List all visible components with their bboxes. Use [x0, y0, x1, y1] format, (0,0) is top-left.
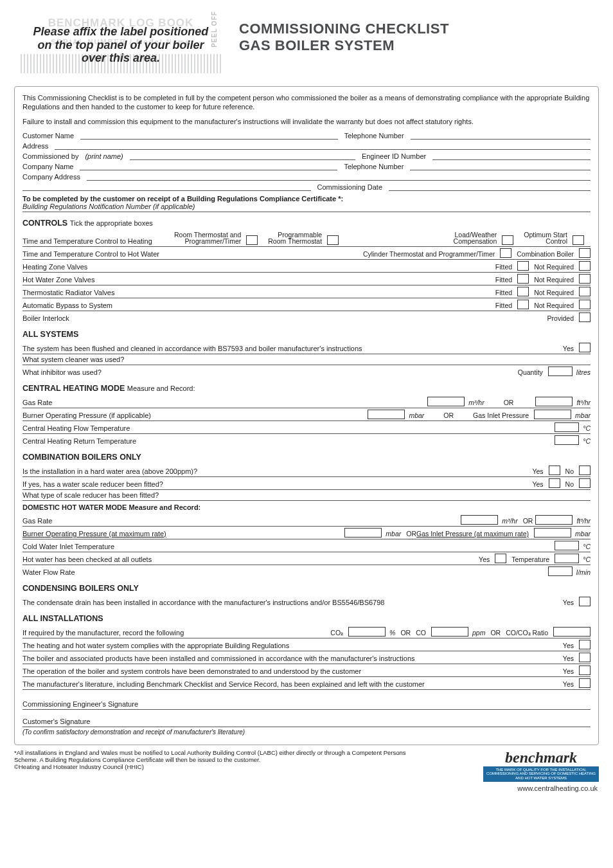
customer-name-field[interactable]: [80, 131, 338, 140]
inhibitor-qty-field[interactable]: [548, 366, 573, 376]
flush-yes-checkbox[interactable]: [579, 343, 591, 352]
affix-text: Please affix the label positioned on the…: [18, 13, 224, 77]
literature-checkbox[interactable]: [579, 678, 591, 688]
trv-fitted-checkbox[interactable]: [517, 287, 529, 296]
ch-flow-label: Central Heating Flow Temperature: [22, 424, 547, 432]
literature-label: The manufacturer's literature, including…: [22, 680, 558, 688]
ch-flow-field[interactable]: [555, 422, 579, 432]
benchmark-logo: benchmark THE MARK OF QUALITY FOR THE IN…: [483, 749, 599, 782]
ratio-field[interactable]: [553, 627, 591, 637]
reducer-type-label: What type of scale reducer has been fitt…: [22, 491, 591, 499]
bypass-fitted-checkbox[interactable]: [517, 300, 529, 309]
telephone1-field[interactable]: [411, 131, 591, 140]
company-address-field[interactable]: [87, 172, 591, 181]
bypass-notreq-checkbox[interactable]: [579, 300, 591, 309]
condensing-title: CONDENSING BOILERS ONLY: [22, 584, 591, 593]
co-field[interactable]: [431, 627, 468, 637]
commissioned-by-field[interactable]: [130, 152, 355, 160]
reducer-yes-checkbox[interactable]: [549, 478, 560, 488]
all-installations-title: ALL INSTALLATIONS: [22, 614, 591, 623]
demonstrated-checkbox[interactable]: [579, 665, 591, 675]
central-heating-title: CENTRAL HEATING MODE Measure and Record:: [22, 384, 591, 393]
heating-opt4-checkbox[interactable]: [573, 235, 584, 245]
demonstrated-label: The operation of the boiler and system c…: [22, 667, 558, 675]
commissioning-date-label: Commissioning Date: [317, 183, 382, 191]
company-address-field-2[interactable]: [22, 183, 311, 191]
hw-opt1-checkbox[interactable]: [500, 248, 511, 258]
compliance-sub: Building Regulations Notification Number…: [22, 203, 591, 212]
outlets-temp-field[interactable]: [555, 554, 579, 563]
form-panel: This Commissioning Checklist is to be co…: [14, 86, 599, 745]
controls-row-2: Thermostatic Radiator Valves Fitted Not …: [22, 285, 591, 298]
cold-inlet-label: Cold Water Inlet Temperature: [22, 543, 547, 550]
complies-label: The heating and hot water system complie…: [22, 642, 558, 649]
flowrate-label: Water Flow Rate: [22, 568, 540, 576]
hardwater-no-checkbox[interactable]: [579, 466, 591, 475]
ch-inlet-field[interactable]: [534, 410, 571, 419]
affix-label-area: BENCHMARK LOG BOOK SERIAL NUMBER / Model…: [18, 13, 224, 77]
dhw-burner-field[interactable]: [344, 528, 382, 538]
heating-opt2-checkbox[interactable]: [327, 235, 339, 245]
ch-return-field[interactable]: [555, 435, 579, 445]
all-systems-title: ALL SYSTEMS: [22, 330, 591, 339]
engineer-id-field[interactable]: [432, 152, 591, 160]
reducer-no-checkbox[interactable]: [579, 478, 591, 488]
hardwater-yes-checkbox[interactable]: [549, 466, 560, 475]
ch-gasrate-label: Gas Rate: [22, 399, 420, 406]
reducer-fitted-label: If yes, has a water scale reducer been f…: [22, 480, 527, 488]
hardwater-label: Is the installation in a hard water area…: [22, 467, 527, 475]
engineer-signature[interactable]: Commissioning Engineer's Signature: [22, 694, 591, 710]
controls-title-text: CONTROLS: [22, 219, 67, 228]
heating-opt1-checkbox[interactable]: [246, 235, 258, 245]
telephone1-label: Telephone Number: [344, 132, 404, 140]
heating-control-label: Time and Temperature Control to Heating: [22, 237, 170, 245]
controls-subtitle: Tick the appropriate boxes: [70, 219, 153, 227]
controls-hotwater-row: Time and Temperature Control to Hot Wate…: [22, 247, 591, 260]
header: BENCHMARK LOG BOOK SERIAL NUMBER / Model…: [0, 0, 613, 82]
co2-field[interactable]: [348, 627, 386, 637]
controls-title: CONTROLS Tick the appropriate boxes: [22, 219, 591, 228]
dhw-gasrate-label: Gas Rate: [22, 517, 453, 525]
engineer-id-label: Engineer ID Number: [362, 152, 426, 160]
flowrate-field[interactable]: [548, 566, 573, 576]
company-name-label: Company Name: [22, 163, 73, 170]
disclaimer: *All installations in England and Wales …: [14, 749, 413, 763]
hwzv-fitted-checkbox[interactable]: [517, 274, 529, 284]
heating-opt3-checkbox[interactable]: [502, 235, 513, 245]
ch-burner-field[interactable]: [368, 410, 405, 419]
dhw-gasrate-ft3-field[interactable]: [535, 515, 573, 525]
condensate-yes-checkbox[interactable]: [579, 597, 591, 606]
installed-checkbox[interactable]: [579, 653, 591, 662]
footer-text: *All installations in England and Wales …: [14, 749, 413, 770]
customer-signature[interactable]: Customer's Signature: [22, 711, 591, 727]
hzv-notreq-checkbox[interactable]: [579, 261, 591, 271]
company-name-field[interactable]: [80, 162, 337, 170]
hw-opt2-checkbox[interactable]: [579, 248, 591, 258]
dhw-inlet-field[interactable]: [534, 528, 571, 538]
trv-notreq-checkbox[interactable]: [579, 287, 591, 296]
page: BENCHMARK LOG BOOK SERIAL NUMBER / Model…: [0, 0, 613, 792]
interlock-checkbox[interactable]: [579, 312, 591, 322]
ch-gasrate-ft3-field[interactable]: [535, 397, 573, 406]
benchmark-logo-text: benchmark: [483, 749, 599, 766]
combi-title: COMBINATION BOILERS ONLY: [22, 453, 591, 462]
commissioned-by-label: Commissioned by: [22, 152, 78, 160]
footer-url: www.centralheating.co.uk: [0, 784, 598, 792]
hzv-fitted-checkbox[interactable]: [517, 261, 529, 271]
controls-row-1: Hot Water Zone Valves Fitted Not Require…: [22, 273, 591, 285]
hwzv-notreq-checkbox[interactable]: [579, 274, 591, 284]
telephone2-field[interactable]: [410, 162, 591, 170]
ch-gasrate-m3-field[interactable]: [427, 397, 465, 406]
address-field[interactable]: [55, 141, 591, 150]
cold-inlet-field[interactable]: [555, 541, 579, 550]
outlets-yes-checkbox[interactable]: [495, 554, 506, 563]
commissioning-date-field[interactable]: [389, 183, 591, 191]
complies-checkbox[interactable]: [579, 640, 591, 649]
customer-name-label: Customer Name: [22, 132, 74, 140]
peel-off-label: PEEL OFF: [211, 11, 218, 48]
dhw-gasrate-m3-field[interactable]: [461, 515, 498, 525]
condensate-label: The condensate drain has been installed …: [22, 599, 558, 606]
installed-label: The boiler and associated products have …: [22, 655, 558, 662]
company-address-label: Company Address: [22, 173, 80, 181]
cleaner-label: What system cleaner was used?: [22, 356, 591, 363]
